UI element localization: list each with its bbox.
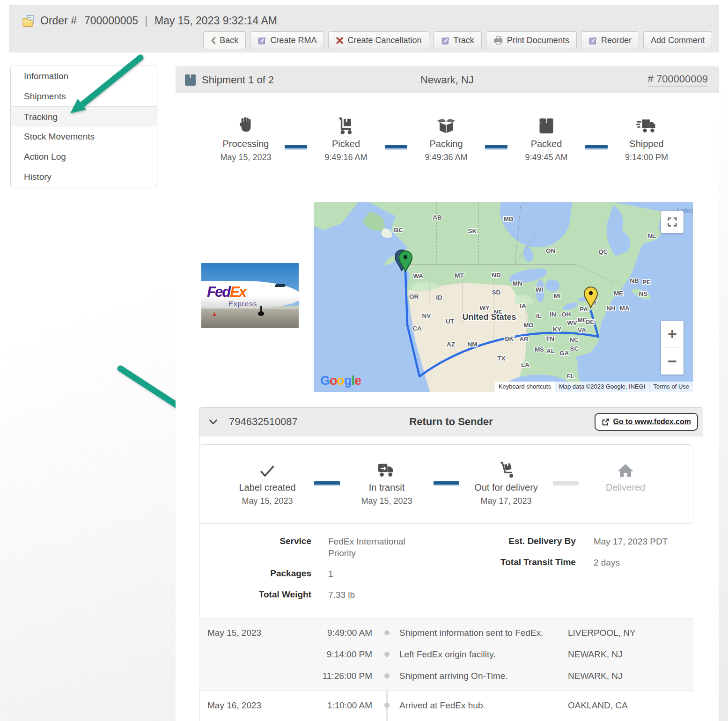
service-value: FedEx International Priority [328, 536, 429, 559]
shipment-number-link[interactable]: # 700000009 [648, 73, 708, 87]
create-cancellation-button[interactable]: Create Cancellation [328, 31, 429, 49]
svg-text:GA: GA [559, 350, 569, 357]
svg-text:AB: AB [433, 214, 442, 221]
svg-text:KY: KY [553, 326, 562, 333]
svg-text:IA: IA [520, 302, 526, 309]
svg-text:AZ: AZ [447, 341, 455, 348]
svg-text:NL: NL [647, 232, 656, 239]
total-weight-label: Total Weight [199, 589, 328, 601]
svg-text:United States: United States [462, 312, 516, 322]
step-shipped: Shipped 9:14:00 PM [611, 113, 682, 162]
event-dot-cell [372, 652, 399, 657]
zoom-in-button[interactable]: + [661, 321, 684, 347]
svg-text:PA: PA [580, 306, 588, 313]
back-button[interactable]: Back [203, 31, 246, 49]
packages-value: 1 [328, 568, 429, 580]
step-label-created: Label created May 15, 2023 [228, 457, 307, 506]
sidebar-item-shipments[interactable]: Shipments [11, 86, 157, 106]
transit-time-label: Total Transit Time [475, 557, 594, 569]
step-packing: Packing 9:49:36 AM [411, 113, 481, 162]
order-title-row: Order #700000005 | May 15, 2023 9:32:14 … [22, 14, 277, 28]
step-processing: Processing May 15, 2023 [211, 113, 281, 162]
svg-text:ME: ME [614, 290, 623, 297]
map-fullscreen-button[interactable] [661, 211, 684, 233]
go-to-fedex-button[interactable]: Go to www.fedex.com [595, 413, 698, 431]
order-label: Order # [40, 15, 77, 27]
add-comment-button[interactable]: Add Comment [643, 31, 712, 49]
service-label: Service [199, 536, 328, 559]
print-documents-button[interactable]: Print Documents [486, 31, 577, 49]
sidebar-item-tracking[interactable]: Tracking [11, 106, 157, 126]
order-number: 700000005 [84, 15, 138, 27]
script-icon [257, 36, 266, 45]
event-row: May 15, 20239:49:00 AMShipment informati… [199, 622, 693, 644]
terms-of-use-link[interactable]: Terms of Use [649, 382, 693, 392]
timeline-dot [384, 630, 390, 635]
order-date: May 15, 2023 9:32:14 AM [154, 15, 277, 27]
svg-text:ID: ID [436, 294, 442, 301]
progress-connector [485, 145, 507, 150]
svg-text:WY: WY [479, 304, 490, 311]
svg-text:UT: UT [446, 318, 455, 325]
zoom-out-button[interactable]: − [661, 348, 684, 375]
timeline-dot [384, 652, 390, 657]
tracking-details: ServiceFedEx International Priority Pack… [199, 536, 703, 611]
sidebar-item-information[interactable]: Information [11, 66, 157, 86]
svg-text:LA: LA [521, 361, 529, 368]
create-rma-button[interactable]: Create RMA [250, 31, 324, 49]
svg-text:VA: VA [578, 327, 586, 334]
progress-connector [385, 145, 407, 150]
progress-connector [434, 481, 459, 486]
event-location: NEWARK, NJ [568, 671, 693, 681]
shipment-location: Newark, NJ [176, 74, 718, 86]
shipment-header-bar: Shipment 1 of 2 Newark, NJ # 700000009 [176, 66, 719, 93]
svg-text:MT: MT [455, 272, 464, 279]
event-row: 9:14:00 PMLeft FedEx origin facility.NEW… [199, 644, 693, 665]
svg-text:NM: NM [468, 341, 478, 348]
google-logo[interactable]: Google [320, 374, 361, 388]
transit-truck-icon [377, 457, 397, 478]
svg-text:MA: MA [620, 305, 630, 312]
title-separator: | [145, 14, 148, 28]
map-data-attribution: Map data ©2023 Google, INEGI [555, 382, 649, 392]
svg-text:NC: NC [569, 336, 579, 343]
home-icon [617, 457, 634, 478]
svg-text:AL: AL [546, 347, 555, 354]
svg-text:NV: NV [422, 312, 431, 319]
total-weight-value: 7.33 lb [328, 589, 429, 601]
svg-text:WA: WA [413, 272, 423, 280]
event-location: OAKLAND, CA [568, 700, 693, 711]
svg-text:NB: NB [630, 277, 639, 284]
packages-label: Packages [199, 568, 328, 580]
svg-text:TN: TN [546, 335, 554, 342]
event-time: 9:49:00 AM [293, 628, 372, 638]
reorder-button[interactable]: Reorder [581, 31, 639, 49]
shipment-panel: Shipment 1 of 2 Newark, NJ # 700000009 P… [176, 66, 719, 721]
fedex-plane-image: FedEx Express [201, 263, 299, 328]
sidebar-item-action-log[interactable]: Action Log [11, 147, 157, 167]
progress-connector-pending [553, 481, 579, 486]
event-status: Arrived at FedEx hub. [399, 700, 568, 711]
order-view-tabs: Information Shipments Tracking Stock Mov… [10, 66, 157, 187]
tracking-map[interactable]: ABMBBCSKONQCNLWAMTNDMNWIMINBPENSMENHMAOR… [314, 202, 693, 392]
step-packed: Packed 9:49:45 AM [511, 113, 581, 162]
event-time: 9:14:00 PM [293, 649, 372, 660]
progress-connector [285, 145, 307, 150]
event-dot-cell [372, 673, 399, 678]
est-delivery-value: May 17, 2023 PDT [594, 536, 694, 548]
step-out-for-delivery: Out for delivery May 17, 2023 [466, 457, 546, 506]
svg-text:WI: WI [536, 286, 544, 293]
svg-text:WV: WV [567, 319, 577, 326]
keyboard-shortcuts-link[interactable]: Keyboard shortcuts [495, 382, 555, 392]
event-status: Left FedEx origin facility. [399, 649, 568, 660]
event-time: 11:26:00 PM [293, 671, 372, 681]
timeline-dot [384, 703, 390, 708]
svg-text:QC: QC [598, 248, 608, 255]
hand-icon [238, 113, 253, 135]
svg-text:IN: IN [550, 311, 556, 318]
track-button[interactable]: Track [434, 31, 482, 49]
sidebar-item-stock-movements[interactable]: Stock Movements [11, 126, 157, 147]
chevron-left-icon [211, 37, 216, 44]
sidebar-item-history[interactable]: History [11, 167, 157, 187]
tracking-panel-header[interactable]: 794632510087 Return to Sender Go to www.… [199, 408, 703, 436]
